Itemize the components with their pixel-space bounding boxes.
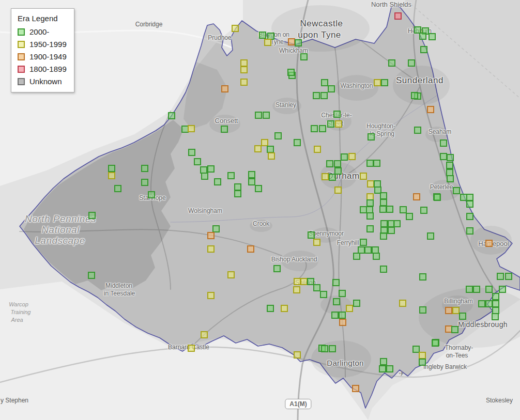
era-marker-g[interactable] [255,112,262,119]
era-marker-g[interactable] [334,160,341,167]
era-marker-g[interactable] [329,345,336,352]
era-marker-g[interactable] [380,199,387,206]
era-marker-g[interactable] [327,120,334,128]
era-marker-g[interactable] [380,232,387,240]
era-marker-g[interactable] [141,165,148,172]
era-marker-g[interactable] [466,227,473,235]
era-marker-g[interactable] [188,149,195,156]
era-marker-g[interactable] [295,39,302,46]
era-marker-g[interactable] [207,165,215,173]
era-marker-y[interactable] [346,305,353,312]
era-marker-g[interactable] [379,365,386,372]
era-marker-y[interactable] [293,286,300,293]
era-marker-g[interactable] [386,365,393,372]
era-marker-g[interactable] [492,300,499,307]
era-marker-o[interactable] [339,319,346,326]
era-marker-g[interactable] [427,232,434,240]
era-marker-o[interactable] [427,106,434,113]
era-marker-g[interactable] [194,158,201,165]
era-marker-g[interactable] [473,286,480,293]
era-marker-g[interactable] [492,293,499,300]
era-marker-g[interactable] [434,194,441,201]
era-marker-g[interactable] [320,92,328,99]
era-marker-y[interactable] [367,180,374,188]
era-marker-g[interactable] [259,32,266,39]
era-marker-o[interactable] [352,385,359,392]
era-marker-y[interactable] [294,278,301,285]
era-marker-g[interactable] [440,153,447,160]
era-marker-g[interactable] [148,191,155,198]
era-marker-y[interactable] [374,79,381,86]
era-marker-g[interactable] [492,313,499,320]
era-marker-g[interactable] [379,206,387,213]
era-marker-g[interactable] [294,139,301,146]
era-marker-g[interactable] [440,139,447,147]
era-marker-y[interactable] [254,145,262,152]
era-marker-g[interactable] [380,192,387,199]
era-marker-g[interactable] [267,146,274,153]
era-marker-g[interactable] [300,53,308,60]
era-marker-g[interactable] [388,227,395,234]
era-marker-y[interactable] [240,79,248,86]
era-marker-g[interactable] [255,185,262,192]
era-marker-g[interactable] [248,171,255,178]
era-marker-g[interactable] [339,290,346,297]
era-marker-y[interactable] [264,39,271,46]
era-marker-g[interactable] [429,33,436,40]
era-marker-g[interactable] [341,153,348,161]
era-marker-g[interactable] [411,92,418,99]
era-marker-g[interactable] [393,220,401,227]
era-marker-g[interactable] [408,59,415,67]
era-marker-y[interactable] [322,173,329,180]
era-marker-y[interactable] [399,300,406,307]
era-marker-y[interactable] [261,139,268,146]
era-marker-g[interactable] [326,160,333,167]
era-marker-g[interactable] [221,126,228,133]
era-marker-y[interactable] [240,59,248,67]
era-marker-g[interactable] [321,79,328,86]
era-marker-g[interactable] [380,220,388,227]
era-marker-y[interactable] [334,186,342,194]
era-marker-g[interactable] [466,194,473,201]
era-marker-g[interactable] [400,206,407,213]
era-marker-g[interactable] [339,312,346,319]
era-marker-g[interactable] [319,125,326,132]
era-marker-g[interactable] [331,312,339,319]
era-marker-g[interactable] [114,185,121,192]
era-marker-g[interactable] [380,266,387,273]
era-marker-g[interactable] [451,326,458,333]
era-marker-g[interactable] [368,133,375,141]
era-marker-g[interactable] [353,253,360,260]
era-marker-g[interactable] [332,279,340,286]
era-marker-g[interactable] [366,212,374,220]
era-marker-g[interactable] [313,284,320,291]
era-marker-y[interactable] [232,25,239,32]
era-marker-g[interactable] [320,291,327,298]
era-marker-g[interactable] [274,132,282,139]
era-marker-y[interactable] [452,307,460,314]
era-marker-g[interactable] [485,300,493,307]
era-marker-g[interactable] [420,207,427,214]
era-marker-o[interactable] [288,38,295,45]
era-marker-g[interactable] [447,175,454,182]
era-marker-y[interactable] [188,345,195,352]
era-marker-g[interactable] [366,160,374,167]
era-marker-g[interactable] [201,173,208,180]
era-marker-y[interactable] [201,331,208,338]
era-marker-g[interactable] [388,59,395,67]
era-marker-g[interactable] [406,213,413,220]
era-marker-g[interactable] [373,160,380,167]
map-canvas[interactable]: North ShieldsNewcastleupon TyneHebburnHe… [0,0,520,420]
era-marker-y[interactable] [348,153,356,160]
era-marker-g[interactable] [466,286,473,293]
era-marker-g[interactable] [168,112,175,119]
era-marker-g[interactable] [446,162,453,169]
era-marker-y[interactable] [300,278,308,285]
era-marker-g[interactable] [248,178,255,185]
era-marker-g[interactable] [353,300,360,307]
era-marker-g[interactable] [214,178,221,185]
era-marker-g[interactable] [459,313,466,320]
era-marker-r[interactable] [394,12,402,20]
era-marker-g[interactable] [419,306,426,314]
era-marker-g[interactable] [420,46,427,53]
